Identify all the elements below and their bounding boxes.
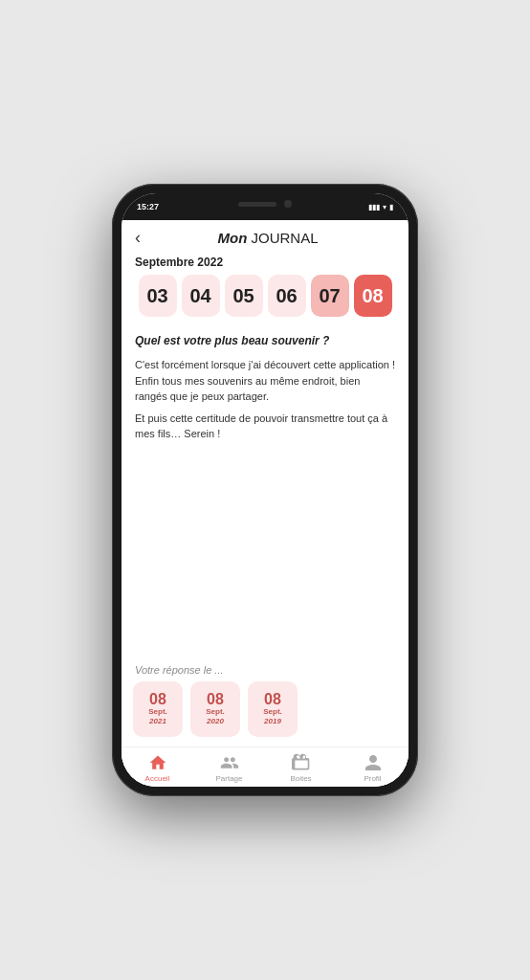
past-month-2020: Sept.: [206, 707, 225, 717]
date-pill-06[interactable]: 06: [268, 275, 306, 317]
month-label: Septembre 2022: [121, 252, 409, 275]
nav-item-profil[interactable]: Profil: [337, 753, 409, 783]
nav-label-profil: Profil: [364, 774, 381, 783]
header: ‹ Mon JOURNAL: [121, 220, 409, 252]
phone-frame: 15:27 ▮▮▮ ▾ ▮ ‹ Mon JOURNAL Septembre 20…: [112, 184, 418, 796]
signal-icon: ▮▮▮: [368, 203, 380, 212]
past-year-2020: 2020: [207, 717, 224, 726]
nav-label-accueil: Accueil: [145, 774, 170, 783]
past-month-2021: Sept.: [148, 707, 167, 717]
past-date-2020[interactable]: 08 Sept. 2020: [190, 681, 240, 737]
box-icon: [292, 753, 311, 772]
home-icon: [148, 753, 167, 772]
wifi-icon: ▾: [383, 203, 386, 212]
response-label: Votre réponse le ...: [121, 658, 409, 681]
bottom-navigation: Accueil Partage Boites: [121, 746, 409, 787]
date-row: 03 04 05 06 07 08: [121, 275, 409, 326]
battery-icon: ▮: [389, 203, 393, 212]
past-date-2019[interactable]: 08 Sept. 2019: [248, 681, 298, 737]
spacer: [121, 452, 409, 659]
nav-item-boites[interactable]: Boites: [265, 753, 337, 783]
past-date-2021[interactable]: 08 Sept. 2021: [133, 681, 183, 737]
status-icons: ▮▮▮ ▾ ▮: [368, 203, 393, 212]
nav-item-accueil[interactable]: Accueil: [121, 753, 193, 783]
past-day-2019: 08: [264, 692, 281, 707]
notch: [212, 193, 318, 214]
answer-block: C'est forcément lorsque j'ai découvert c…: [121, 353, 409, 452]
past-day-2020: 08: [207, 692, 224, 707]
date-pill-08[interactable]: 08: [354, 275, 392, 317]
title-italic: Mon: [217, 230, 247, 246]
date-pill-04[interactable]: 04: [182, 275, 220, 317]
nav-label-partage: Partage: [215, 774, 242, 783]
date-pill-07[interactable]: 07: [311, 275, 349, 317]
answer-paragraph-1: C'est forcément lorsque j'ai découvert c…: [135, 357, 395, 405]
status-bar: 15:27 ▮▮▮ ▾ ▮: [121, 193, 409, 220]
past-dates-row: 08 Sept. 2021 08 Sept. 2020 08 Sept. 201…: [121, 681, 409, 746]
page-title: Mon JOURNAL: [141, 230, 395, 246]
share-icon: [220, 753, 239, 772]
profile-icon: [364, 753, 383, 772]
past-month-2019: Sept.: [263, 707, 282, 717]
nav-item-partage[interactable]: Partage: [193, 753, 265, 783]
past-year-2021: 2021: [149, 717, 166, 726]
main-content: ‹ Mon JOURNAL Septembre 2022 03 04 05: [121, 220, 409, 787]
status-time: 15:27: [137, 202, 159, 212]
past-year-2019: 2019: [264, 717, 281, 726]
past-day-2021: 08: [149, 692, 166, 707]
date-pill-03[interactable]: 03: [139, 275, 177, 317]
question-text: Quel est votre plus beau souvenir ?: [121, 326, 409, 353]
phone-screen: 15:27 ▮▮▮ ▾ ▮ ‹ Mon JOURNAL Septembre 20…: [121, 193, 409, 787]
nav-label-boites: Boites: [290, 774, 311, 783]
answer-paragraph-2: Et puis cette certitude de pouvoir trans…: [135, 411, 395, 442]
speaker: [238, 202, 276, 207]
title-rest: JOURNAL: [247, 230, 318, 246]
camera: [284, 200, 292, 208]
date-pill-05[interactable]: 05: [225, 275, 263, 317]
